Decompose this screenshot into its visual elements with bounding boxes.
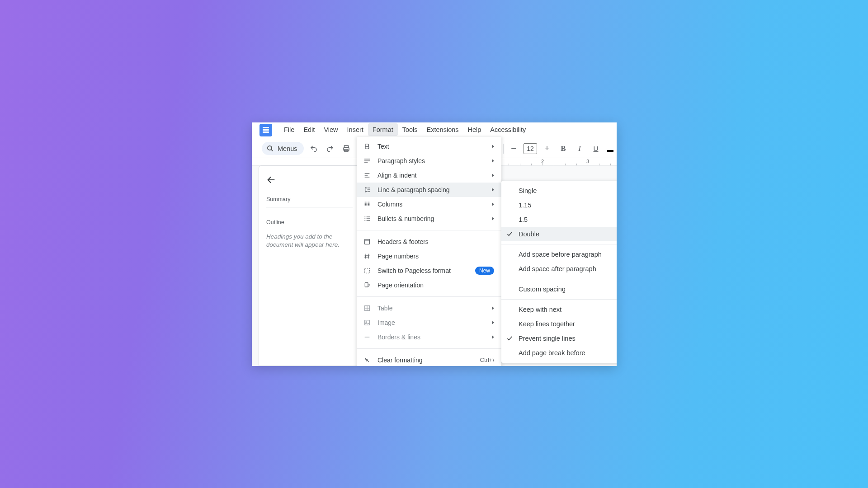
check-icon — [506, 320, 513, 328]
spacing-item-label: Prevent single lines — [519, 335, 576, 342]
menu-divider — [501, 244, 617, 244]
format-item-page-numbers[interactable]: Page numbers — [357, 249, 501, 263]
check-icon — [506, 230, 513, 238]
spacing-item-1.15[interactable]: 1.15 — [501, 198, 617, 212]
format-item-line-paragraph-spacing[interactable]: Line & paragraph spacing — [357, 183, 501, 197]
spacing-item-keep-lines-together[interactable]: Keep lines together — [501, 317, 617, 331]
spacing-item-single[interactable]: Single — [501, 183, 617, 198]
spacing-item-add-space-after-paragraph[interactable]: Add space after paragraph — [501, 262, 617, 276]
menu-divider — [357, 348, 501, 349]
menu-accessibility[interactable]: Accessibility — [486, 123, 530, 136]
table-icon — [363, 304, 371, 312]
submenu-arrow-icon — [492, 306, 494, 310]
format-item-headers-footers[interactable]: Headers & footers — [357, 235, 501, 249]
spacing-item-1.5[interactable]: 1.5 — [501, 212, 617, 227]
spacing-item-double[interactable]: Double — [501, 227, 617, 241]
columns-icon — [363, 200, 371, 208]
format-item-label: Bullets & numbering — [377, 215, 486, 222]
shortcut-label: Ctrl+\ — [480, 357, 494, 363]
format-item-borders-lines: Borders & lines — [357, 330, 501, 344]
submenu-arrow-icon — [492, 188, 494, 192]
format-item-text[interactable]: Text — [357, 139, 501, 154]
format-item-clear-formatting[interactable]: TClear formattingCtrl+\ — [357, 353, 501, 366]
toolbar-separator — [503, 144, 504, 154]
google-docs-window: 2 3 File Edit View Insert Format Tools E… — [252, 122, 617, 366]
menu-format[interactable]: Format — [368, 123, 398, 136]
spacing-item-add-space-before-paragraph[interactable]: Add space before paragraph — [501, 247, 617, 262]
menu-search[interactable]: Menus — [262, 142, 304, 155]
hash-icon — [363, 252, 371, 260]
submenu-arrow-icon — [492, 321, 494, 324]
redo-button[interactable] — [324, 142, 336, 155]
format-item-label: Paragraph styles — [377, 157, 486, 164]
spacing-item-custom-spacing[interactable]: Custom spacing — [501, 282, 617, 296]
format-item-label: Text — [377, 143, 486, 150]
svg-line-1 — [271, 150, 273, 151]
spacing-item-keep-with-next[interactable]: Keep with next — [501, 302, 617, 317]
bold-button[interactable]: B — [557, 142, 570, 155]
bold-icon — [363, 142, 371, 150]
svg-rect-37 — [365, 268, 370, 273]
format-item-label: Switch to Pageless format — [377, 267, 469, 274]
font-size-input[interactable]: 12 — [524, 143, 537, 154]
image-icon — [363, 319, 371, 327]
stage: 2 3 File Edit View Insert Format Tools E… — [105, 59, 763, 429]
svg-point-43 — [366, 321, 367, 322]
line-icon — [363, 333, 371, 341]
format-item-image: Image — [357, 315, 501, 330]
spacing-item-add-page-break-before[interactable]: Add page break before — [501, 346, 617, 360]
svg-line-33 — [365, 253, 366, 258]
submenu-arrow-icon — [492, 159, 494, 163]
format-item-table: Table — [357, 301, 501, 315]
spacing-item-label: Keep lines together — [519, 320, 575, 328]
spacing-item-prevent-single-lines[interactable]: Prevent single lines — [501, 331, 617, 346]
menu-divider — [357, 230, 501, 230]
check-icon — [506, 216, 513, 223]
spacing-item-label: Keep with next — [519, 306, 561, 313]
format-item-switch-to-pageless-format[interactable]: Switch to Pageless formatNew — [357, 263, 501, 278]
menu-edit[interactable]: Edit — [299, 123, 319, 136]
submenu-arrow-icon — [492, 202, 494, 206]
close-outline-button[interactable] — [266, 175, 276, 185]
spacing-item-label: Single — [519, 187, 537, 194]
submenu-arrow-icon — [492, 217, 494, 221]
format-item-align-indent[interactable]: Align & indent — [357, 168, 501, 183]
check-icon — [506, 265, 513, 272]
pageless-icon — [363, 267, 371, 275]
outline-heading: Outline — [266, 219, 353, 225]
check-icon — [506, 187, 513, 194]
summary-heading: Summary — [266, 196, 353, 207]
format-item-label: Image — [377, 319, 486, 326]
underline-button[interactable]: U — [590, 142, 602, 155]
menubar: File Edit View Insert Format Tools Exten… — [252, 122, 617, 137]
menu-tools[interactable]: Tools — [398, 123, 422, 136]
svg-line-34 — [368, 253, 369, 258]
check-icon — [506, 251, 513, 258]
format-item-bullets-numbering[interactable]: Bullets & numbering — [357, 211, 501, 226]
text-color-button[interactable] — [606, 142, 615, 155]
format-menu-dropdown: TextParagraph stylesAlign & indentLine &… — [357, 137, 501, 366]
align-icon — [363, 171, 371, 179]
format-item-paragraph-styles[interactable]: Paragraph styles — [357, 154, 501, 168]
font-size-increase[interactable]: + — [541, 142, 553, 155]
menu-help[interactable]: Help — [463, 123, 486, 136]
format-item-page-orientation[interactable]: Page orientation — [357, 278, 501, 292]
format-item-label: Page numbers — [377, 253, 494, 260]
spacing-item-label: Double — [519, 230, 539, 238]
undo-button[interactable] — [307, 142, 320, 155]
check-icon — [506, 202, 513, 209]
italic-button[interactable]: I — [573, 142, 586, 155]
format-item-label: Page orientation — [377, 282, 494, 289]
menu-extensions[interactable]: Extensions — [422, 123, 463, 136]
font-size-decrease[interactable]: − — [507, 142, 520, 155]
format-item-columns[interactable]: Columns — [357, 197, 501, 211]
print-button[interactable] — [340, 142, 353, 155]
spacing-item-label: Add page break before — [519, 349, 585, 357]
format-item-label: Clear formatting — [377, 357, 474, 364]
format-item-label: Table — [377, 305, 486, 312]
menu-view[interactable]: View — [319, 123, 342, 136]
menu-file[interactable]: File — [279, 123, 299, 136]
svg-rect-31 — [365, 239, 370, 244]
spacing-item-label: Add space after paragraph — [519, 265, 596, 272]
menu-insert[interactable]: Insert — [343, 123, 368, 136]
